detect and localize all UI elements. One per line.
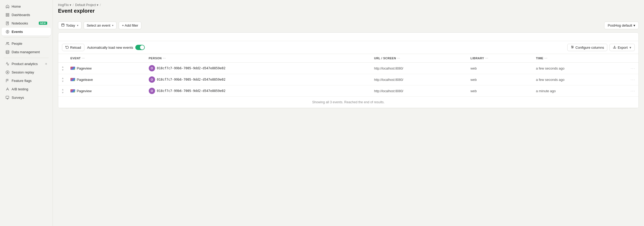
sidebar-item-ab-testing[interactable]: A/B testing (2, 85, 51, 93)
th-library-label: LIBRARY (470, 57, 484, 60)
today-filter-button[interactable]: Today ▾ (58, 21, 81, 29)
person-cell: O 018cf7c7-99b6-7005-9dd2-d547e8859e02 (146, 85, 371, 97)
url-text: http://localhost:8080/ (374, 78, 403, 82)
event-name-text: Pageleave (77, 78, 93, 82)
th-event: EVENT ··· (67, 54, 146, 63)
svg-point-13 (8, 42, 9, 43)
reload-label: Reload (70, 46, 81, 50)
search-row (58, 33, 638, 41)
th-time-label: TIME (536, 57, 543, 60)
dashboard-icon (5, 13, 9, 17)
event-name-text: Pageview (77, 89, 92, 93)
th-person: PERSON ··· (146, 54, 371, 63)
export-button[interactable]: Export ▾ (609, 44, 635, 51)
sidebar-item-home[interactable]: Home (2, 2, 51, 10)
posthog-default-button[interactable]: PostHog default ▾ (604, 22, 639, 29)
library-cell: web (467, 74, 533, 85)
expand-arrows-icon[interactable]: ▲ ▼ (61, 77, 64, 83)
reload-icon (65, 45, 69, 50)
notebooks-icon (5, 21, 9, 25)
sidebar-item-feature-flags-label: Feature flags (12, 79, 47, 83)
main-content: HogFlix ▾ / Default Project ▾ / Event ex… (53, 0, 644, 226)
event-type-icon (70, 89, 75, 92)
add-filter-label: + Add filter (122, 23, 138, 27)
th-time: TIME ··· (533, 54, 627, 63)
svg-rect-1 (8, 13, 9, 14)
breadcrumb: HogFlix ▾ / Default Project ▾ / (58, 3, 639, 7)
home-icon (5, 4, 9, 8)
time-text: a minute ago (536, 89, 556, 93)
sidebar-item-ab-testing-label: A/B testing (12, 87, 47, 91)
svg-rect-0 (6, 13, 7, 14)
search-input[interactable] (62, 34, 635, 39)
reload-button[interactable]: Reload (62, 44, 84, 51)
sidebar-item-people[interactable]: People (2, 40, 51, 47)
expand-arrows-icon[interactable]: ▲ ▼ (61, 88, 64, 94)
breadcrumb-project[interactable]: Default Project ▾ (75, 3, 98, 7)
th-person-label: PERSON (149, 57, 162, 60)
table-row[interactable]: ▲ ▼ Pageview O 018cf7c7-99b6-7005-9dd2-d… (58, 85, 638, 97)
th-url: URL / SCREEN ··· (371, 54, 467, 63)
person-cell: O 018cf7c7-99b6-7005-9dd2-d547e8859e02 (146, 74, 371, 85)
export-caret-icon: ▾ (629, 46, 631, 50)
sidebar-item-feature-flags[interactable]: Feature flags (2, 77, 51, 85)
table-row[interactable]: ▲ ▼ Pageleave O 018cf7c7-99b6-7005-9dd2-… (58, 74, 638, 85)
row-options-icon[interactable]: ··· (631, 66, 635, 70)
expand-cell: ▲ ▼ (58, 74, 67, 85)
sidebar-item-events-label: Events (12, 30, 47, 34)
filter-bar: Today ▾ Select an event ▾ + Add filter P… (58, 21, 639, 29)
sidebar-item-dashboards[interactable]: Dashboards (2, 11, 51, 19)
export-icon (613, 45, 616, 50)
svg-rect-2 (6, 15, 7, 16)
sidebar-item-data-management[interactable]: Data management (2, 48, 51, 56)
reload-bar: Reload Automatically load new events Con… (58, 41, 638, 54)
person-cell: O 018cf7c7-99b6-7005-9dd2-d547e8859e02 (146, 63, 371, 74)
sidebar-item-data-management-label: Data management (12, 50, 47, 54)
session-replay-icon (5, 70, 9, 74)
url-cell: http://localhost:8080/ (371, 63, 467, 74)
th-time-options-icon[interactable]: ··· (544, 56, 547, 60)
sidebar-item-notebooks[interactable]: Notebooks NEW (2, 19, 51, 27)
row-actions-cell: ··· (627, 74, 638, 85)
row-actions-cell: ··· (627, 85, 638, 97)
page-title: Event explorer (58, 8, 639, 17)
person-id-text: 018cf7c7-99b6-7005-9dd2-d547e8859e02 (157, 89, 225, 93)
add-filter-button[interactable]: + Add filter (119, 22, 141, 29)
sidebar-item-events[interactable]: Events (2, 28, 51, 36)
svg-rect-4 (6, 22, 8, 25)
configure-columns-button[interactable]: Configure columns (567, 44, 607, 51)
th-url-options-icon[interactable]: ··· (397, 56, 400, 60)
chevron-down-icon-2: ▾ (97, 3, 98, 7)
table-row[interactable]: ▲ ▼ Pageview O 018cf7c7-99b6-7005-9dd2-d… (58, 63, 638, 74)
row-options-icon[interactable]: ··· (631, 89, 635, 93)
events-table: EVENT ··· PERSON ··· URL (58, 54, 638, 108)
auto-load-toggle[interactable] (135, 45, 145, 50)
th-person-options-icon[interactable]: ··· (163, 56, 166, 60)
breadcrumb-app[interactable]: HogFlix ▾ (58, 3, 71, 7)
time-text: a few seconds ago (536, 66, 564, 70)
th-event-options-icon[interactable]: ··· (82, 56, 85, 60)
row-options-icon[interactable]: ··· (631, 77, 635, 82)
calendar-icon (61, 23, 65, 27)
sidebar-item-product-analytics[interactable]: Product analytics + (2, 60, 51, 68)
svg-point-15 (6, 71, 9, 74)
expand-arrows-icon[interactable]: ▲ ▼ (61, 65, 64, 71)
library-cell: web (467, 85, 533, 97)
events-table-card: Reload Automatically load new events Con… (58, 32, 639, 108)
url-text: http://localhost:8080/ (374, 67, 403, 70)
surveys-icon (5, 95, 9, 100)
people-icon (5, 41, 9, 46)
expand-cell: ▲ ▼ (58, 85, 67, 97)
table-footer-row: Showing all 3 events. Reached the end of… (58, 97, 638, 108)
select-event-button[interactable]: Select an event ▾ (84, 22, 117, 29)
posthog-default-caret-icon: ▾ (633, 23, 635, 27)
expand-cell: ▲ ▼ (58, 63, 67, 74)
notebooks-badge: NEW (39, 22, 47, 25)
product-analytics-add-icon[interactable]: + (45, 62, 47, 66)
sidebar-item-session-replay[interactable]: Session replay (2, 68, 51, 76)
th-library-options-icon[interactable]: ··· (485, 56, 488, 60)
row-actions-cell: ··· (627, 63, 638, 74)
svg-point-9 (7, 31, 8, 32)
configure-columns-label: Configure columns (575, 46, 604, 50)
sidebar-item-surveys[interactable]: Surveys (2, 94, 51, 101)
